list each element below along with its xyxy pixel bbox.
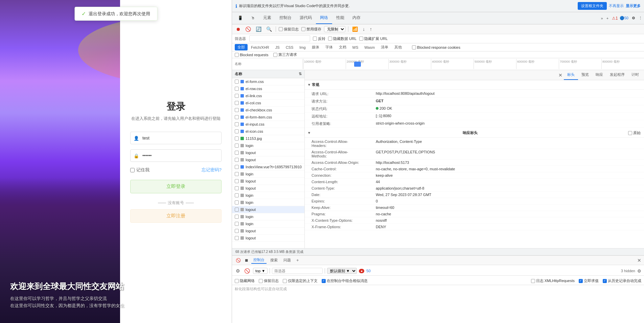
tab-elements-label[interactable]: 元素 — [259, 12, 275, 24]
response-headers-section[interactable]: 响应标头 原始 — [305, 128, 644, 138]
file-item[interactable]: el-link.css — [232, 92, 304, 100]
log-xhr-check[interactable]: 日志 XMLHttpRequests — [531, 278, 575, 283]
type-manifest[interactable]: 清单 — [378, 44, 391, 50]
tab-network[interactable]: 网络 — [316, 12, 332, 24]
file-item[interactable]: login — [232, 213, 304, 220]
general-section-header[interactable]: 常规 — [305, 80, 644, 90]
console-close-btn[interactable]: ✕ — [637, 258, 641, 263]
detail-tab-preview[interactable]: 预览 — [578, 70, 592, 80]
top-context-select[interactable]: top ▼ — [253, 268, 268, 274]
console-stop2-btn[interactable]: 🚫 — [243, 267, 251, 274]
show-more-button[interactable]: 显示更多 — [626, 3, 641, 8]
detail-tab-timing[interactable]: 计时 — [628, 70, 642, 80]
sort-icon[interactable]: ⇅ — [299, 72, 302, 76]
autocomplete-check[interactable]: 从历史记录自动完成 — [603, 278, 641, 283]
tab-performance[interactable]: 性能 — [332, 12, 348, 24]
console-stop-btn[interactable]: ⏹ — [244, 257, 250, 263]
file-item[interactable]: el-form.css — [232, 78, 304, 85]
add-tab-icon[interactable]: + — [606, 16, 608, 20]
detail-tab-response[interactable]: 响应 — [592, 70, 606, 80]
console-filter-input[interactable] — [272, 268, 323, 274]
third-party-check[interactable]: 第三方请求 — [273, 52, 297, 57]
setup-root-button[interactable]: 设置根文件夹 — [578, 2, 607, 10]
file-item[interactable]: el-col.css — [232, 100, 304, 107]
tab-memory[interactable]: 内存 — [348, 12, 365, 24]
username-input[interactable] — [130, 132, 222, 144]
type-img[interactable]: Img — [297, 45, 308, 50]
login-button[interactable]: 立即登录 — [130, 180, 222, 193]
file-item[interactable]: login — [232, 199, 304, 206]
console-level-select[interactable]: 默认级别 ▼ — [327, 268, 357, 274]
file-item[interactable]: logout — [232, 156, 304, 164]
console-tab-issues[interactable]: 问题 — [281, 257, 293, 263]
type-ws[interactable]: WS — [350, 45, 361, 50]
file-item[interactable]: login — [232, 220, 304, 228]
file-item[interactable]: logout — [232, 185, 304, 192]
preserve-log-check[interactable]: 保留日志 — [279, 27, 299, 32]
stop-button[interactable]: 🚫 — [244, 26, 252, 33]
type-other[interactable]: 其他 — [392, 44, 405, 50]
original-check[interactable]: 原始 — [628, 130, 641, 135]
file-item[interactable]: login — [232, 142, 304, 149]
tab-sources[interactable]: 源代码 — [296, 12, 316, 24]
hide-data-check[interactable]: 隐藏数据 URL — [328, 36, 356, 41]
down-arrow-button[interactable]: ↓ — [362, 26, 366, 33]
tab-elements[interactable]: 📱 — [234, 13, 247, 24]
blocked-req-check[interactable]: Blocked requests — [235, 52, 268, 57]
file-item[interactable]: login — [232, 192, 304, 199]
type-media[interactable]: 媒体 — [309, 44, 322, 50]
search-button[interactable]: 🔍 — [265, 26, 273, 33]
console-add-tab[interactable]: + — [296, 258, 299, 263]
console-filter-btn[interactable]: ⚙ — [235, 267, 241, 274]
wifi-icon[interactable]: 📶 — [351, 26, 359, 33]
detail-tab-headers[interactable]: 标头 — [564, 70, 578, 80]
hide-ext-check[interactable]: 隐藏扩展 URL — [359, 36, 388, 41]
type-css[interactable]: CSS — [283, 45, 296, 50]
detail-close-button[interactable]: ✕ — [557, 71, 564, 79]
detail-tab-initiator[interactable]: 发起程序 — [606, 70, 628, 80]
group-similar-check[interactable]: 在控制台中组合相似消息 — [322, 278, 368, 283]
file-item[interactable]: el-row.css — [232, 85, 304, 92]
file-item[interactable]: logout — [232, 228, 304, 235]
remember-label[interactable]: 记住我 — [130, 167, 150, 173]
record-button[interactable]: ⏺ — [235, 26, 242, 33]
console-tab-search[interactable]: 搜索 — [268, 257, 280, 263]
eager-eval-check[interactable]: 立即求值 — [579, 278, 599, 283]
hide-button[interactable]: 不再显示 — [609, 3, 624, 8]
file-item[interactable]: logout — [232, 149, 304, 156]
throttle-select[interactable]: 无限制 — [324, 26, 345, 32]
filter-input[interactable] — [249, 35, 310, 42]
file-item[interactable]: logout — [232, 178, 304, 185]
console-clear-btn[interactable]: 🚫 — [235, 257, 242, 263]
password-input[interactable] — [130, 149, 222, 162]
invert-check[interactable]: 反转 — [313, 36, 325, 41]
disable-cache-check[interactable]: 禁用缓存 — [301, 27, 321, 32]
type-fetch[interactable]: Fetch/XHR — [248, 45, 272, 50]
file-item[interactable]: el-form-item.css — [232, 114, 304, 121]
file-item[interactable]: logout — [232, 235, 304, 242]
type-wasm[interactable]: Wasm — [362, 45, 377, 50]
type-doc[interactable]: 文档 — [336, 44, 349, 50]
tab-console[interactable]: 控制台 — [275, 12, 296, 24]
remember-checkbox[interactable] — [130, 168, 135, 172]
up-arrow-button[interactable]: ↑ — [369, 26, 373, 33]
preserve-log-console-check[interactable]: 保留日志 — [259, 278, 279, 283]
tab-inspect[interactable]: 🖱 — [247, 13, 259, 24]
hide-network-check[interactable]: 隐藏网络 — [235, 278, 255, 283]
selected-context-check[interactable]: 仅限选定的上下文 — [283, 278, 318, 283]
file-item-selected[interactable]: logout — [232, 206, 304, 213]
file-item[interactable]: el-checkbox.css — [232, 107, 304, 114]
file-item[interactable]: login — [232, 171, 304, 178]
file-item[interactable]: 11153.jpg — [232, 135, 304, 142]
type-all[interactable]: 全部 — [235, 44, 248, 50]
console-settings-btn[interactable]: ⚙ — [637, 268, 641, 274]
type-font[interactable]: 字体 — [323, 44, 336, 50]
settings-icon[interactable]: ⚙ — [632, 16, 635, 20]
clear-button[interactable]: 🔄 — [255, 26, 262, 33]
more-tabs-icon[interactable]: » — [601, 16, 603, 20]
register-button[interactable]: 立即注册 — [130, 209, 222, 223]
file-item[interactable]: el-input.css — [232, 121, 304, 128]
file-item[interactable]: IndexView.vue?t=1695799713910 — [232, 164, 304, 171]
blocked-response-check[interactable]: Blocked response cookies — [412, 45, 460, 49]
forgot-password-link[interactable]: 忘记密码? — [202, 167, 222, 173]
